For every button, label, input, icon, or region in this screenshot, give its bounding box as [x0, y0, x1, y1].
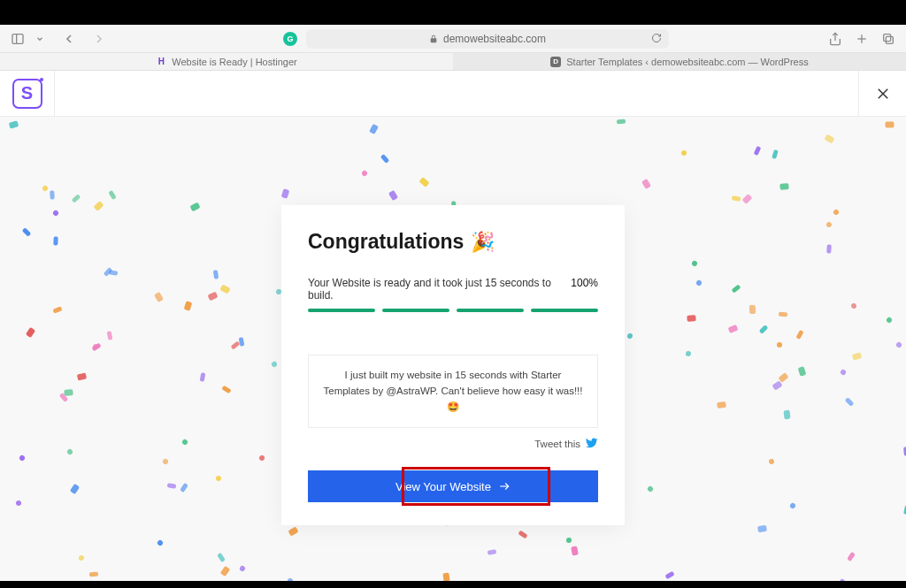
- party-popper-icon: 🎉: [471, 231, 495, 254]
- tab-strip: H Website is Ready | Hostinger D Starter…: [0, 53, 906, 71]
- tab-label: Website is Ready | Hostinger: [172, 57, 296, 67]
- letterbox-bottom: [0, 581, 906, 588]
- confetti-piece: [845, 397, 855, 407]
- url-field[interactable]: demowebsiteabc.com: [306, 29, 669, 49]
- confetti-piece: [361, 169, 368, 176]
- confetti-piece: [64, 389, 73, 396]
- share-icon[interactable]: [828, 32, 842, 46]
- svg-rect-6: [884, 34, 891, 41]
- confetti-piece: [42, 185, 49, 192]
- confetti-piece: [617, 118, 626, 124]
- tabs-overview-icon[interactable]: [881, 32, 895, 46]
- app-logo[interactable]: S: [0, 71, 55, 117]
- confetti-piece: [94, 201, 104, 211]
- confetti-piece: [695, 279, 703, 286]
- tab-1[interactable]: D Starter Templates ‹ demowebsiteabc.com…: [453, 53, 906, 70]
- progress-seg: [382, 309, 449, 312]
- confetti-piece: [772, 149, 779, 159]
- confetti-piece: [749, 304, 756, 313]
- confetti-piece: [779, 312, 787, 317]
- confetti-piece: [181, 438, 188, 445]
- confetti-piece: [66, 448, 73, 455]
- congrats-card: Congratulations 🎉 Your Website is ready …: [281, 205, 625, 525]
- confetti-piece: [777, 342, 782, 347]
- confetti-piece: [769, 459, 775, 465]
- forward-icon[interactable]: [92, 32, 106, 46]
- confetti-piece: [77, 372, 87, 380]
- confetti-piece: [388, 190, 398, 201]
- url-domain: demowebsiteabc.com: [443, 33, 546, 45]
- confetti-piece: [732, 195, 741, 202]
- arrow-right-icon: [498, 480, 511, 493]
- confetti-piece: [687, 315, 695, 322]
- logo-s-icon: S: [12, 79, 42, 109]
- cta-label: View Your Website: [395, 480, 491, 493]
- confetti-piece: [518, 531, 527, 539]
- confetti-piece: [52, 210, 59, 217]
- confetti-piece: [832, 209, 839, 216]
- confetti-piece: [665, 571, 675, 579]
- close-icon: [875, 86, 891, 102]
- confetti-piece: [852, 353, 863, 361]
- confetti-piece: [691, 260, 698, 267]
- confetti-piece: [825, 222, 832, 228]
- confetti-piece: [840, 369, 847, 376]
- grammarly-icon[interactable]: G: [283, 32, 297, 46]
- confetti-piece: [200, 372, 206, 382]
- confetti-piece: [287, 577, 293, 581]
- confetti-piece: [89, 572, 98, 577]
- confetti-piece: [826, 244, 832, 253]
- sidebar-icon[interactable]: [11, 32, 25, 46]
- new-tab-icon[interactable]: [855, 32, 869, 46]
- confetti-piece: [215, 475, 222, 482]
- chevron-down-icon[interactable]: [35, 34, 44, 43]
- confetti-piece: [72, 195, 81, 203]
- confetti-piece: [220, 284, 231, 294]
- confetti-piece: [230, 341, 240, 350]
- confetti-piece: [850, 303, 856, 309]
- confetti-piece: [418, 177, 429, 187]
- twitter-icon: [586, 437, 598, 451]
- tweet-text: I just built my website in 15 seconds wi…: [324, 370, 583, 412]
- confetti-piece: [16, 500, 23, 507]
- reload-icon[interactable]: [651, 31, 662, 47]
- tab-label: Starter Templates ‹ demowebsiteabc.com —…: [566, 57, 808, 67]
- confetti-piece: [847, 552, 856, 561]
- confetti-piece: [838, 578, 845, 581]
- confetti-piece: [106, 331, 112, 340]
- confetti-piece: [886, 122, 894, 128]
- confetti-piece: [109, 190, 117, 200]
- status-text: Your Website is ready and it took just 1…: [308, 277, 571, 302]
- confetti-piece: [732, 285, 741, 294]
- tweet-box: I just built my website in 15 seconds wi…: [308, 355, 598, 428]
- browser-toolbar: G demowebsiteabc.com: [0, 25, 906, 53]
- percent-text: 100%: [571, 277, 598, 302]
- close-button[interactable]: [858, 71, 906, 117]
- confetti-piece: [217, 553, 226, 562]
- lock-icon: [429, 31, 438, 47]
- tab-0[interactable]: H Website is Ready | Hostinger: [0, 53, 453, 70]
- confetti-piece: [779, 372, 789, 383]
- confetti-piece: [369, 124, 379, 134]
- view-your-website-button[interactable]: View Your Website: [308, 470, 598, 502]
- confetti-piece: [9, 121, 19, 129]
- favicon-hostinger-icon: H: [156, 57, 166, 67]
- confetti-piece: [727, 325, 738, 333]
- confetti-piece: [157, 539, 164, 546]
- progress-seg: [308, 309, 375, 312]
- confetti-piece: [184, 301, 193, 311]
- confetti-piece: [824, 134, 834, 143]
- back-icon[interactable]: [62, 32, 76, 46]
- confetti-piece: [288, 526, 299, 536]
- confetti-piece: [789, 502, 796, 509]
- confetti-piece: [680, 149, 687, 157]
- confetti-piece: [162, 458, 169, 465]
- favicon-wp-icon: D: [550, 57, 561, 67]
- confetti-piece: [742, 194, 753, 204]
- tweet-this-link[interactable]: Tweet this: [308, 437, 598, 451]
- app-header: S: [0, 71, 906, 117]
- svg-rect-0: [12, 34, 23, 43]
- confetti-piece: [784, 409, 791, 419]
- confetti-piece: [53, 237, 58, 246]
- confetti-piece: [895, 341, 902, 348]
